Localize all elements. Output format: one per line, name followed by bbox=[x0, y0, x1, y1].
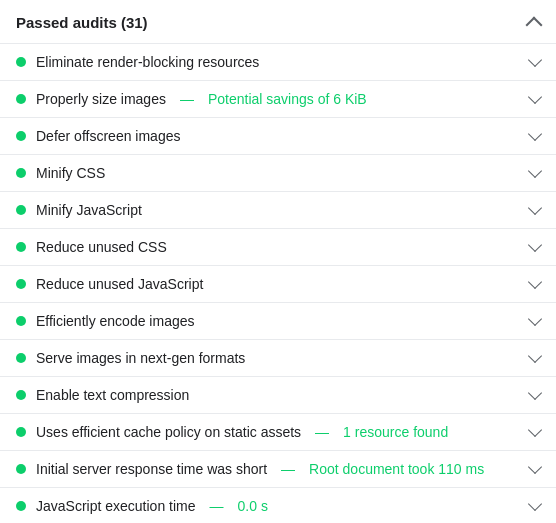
section-count: (31) bbox=[121, 14, 148, 31]
audit-label: Efficiently encode images bbox=[36, 313, 195, 329]
audit-list: Eliminate render-blocking resourcesPrope… bbox=[0, 44, 556, 523]
pass-indicator-dot bbox=[16, 242, 26, 252]
audit-item[interactable]: Efficiently encode images bbox=[0, 303, 556, 340]
pass-indicator-dot bbox=[16, 353, 26, 363]
pass-indicator-dot bbox=[16, 464, 26, 474]
pass-indicator-dot bbox=[16, 131, 26, 141]
section-title-group: Passed audits (31) bbox=[16, 14, 148, 31]
audit-label: Initial server response time was short bbox=[36, 461, 267, 477]
audit-item[interactable]: Properly size images — Potential savings… bbox=[0, 81, 556, 118]
audit-item[interactable]: Enable text compression bbox=[0, 377, 556, 414]
audit-item-left: Properly size images — Potential savings… bbox=[16, 91, 530, 107]
expand-icon[interactable] bbox=[528, 275, 542, 289]
pass-indicator-dot bbox=[16, 390, 26, 400]
audit-label: Uses efficient cache policy on static as… bbox=[36, 424, 301, 440]
pass-indicator-dot bbox=[16, 427, 26, 437]
expand-icon[interactable] bbox=[528, 312, 542, 326]
expand-icon[interactable] bbox=[528, 238, 542, 252]
audit-label: Reduce unused JavaScript bbox=[36, 276, 203, 292]
audit-item[interactable]: Defer offscreen images bbox=[0, 118, 556, 155]
audit-label: Properly size images bbox=[36, 91, 166, 107]
audit-detail-separator: — bbox=[210, 498, 224, 514]
audit-item[interactable]: Serve images in next-gen formats bbox=[0, 340, 556, 377]
audit-item-left: Enable text compression bbox=[16, 387, 530, 403]
pass-indicator-dot bbox=[16, 94, 26, 104]
pass-indicator-dot bbox=[16, 501, 26, 511]
audit-item[interactable]: Eliminate render-blocking resources bbox=[0, 44, 556, 81]
audit-item-left: Initial server response time was short —… bbox=[16, 461, 530, 477]
audit-item[interactable]: Initial server response time was short —… bbox=[0, 451, 556, 488]
audit-label: Defer offscreen images bbox=[36, 128, 180, 144]
audit-item[interactable]: Reduce unused JavaScript bbox=[0, 266, 556, 303]
audit-detail-separator: — bbox=[315, 424, 329, 440]
expand-icon[interactable] bbox=[528, 497, 542, 511]
audit-label: Eliminate render-blocking resources bbox=[36, 54, 259, 70]
audit-detail-separator: — bbox=[281, 461, 295, 477]
expand-icon[interactable] bbox=[528, 127, 542, 141]
audit-item-left: Serve images in next-gen formats bbox=[16, 350, 530, 366]
audit-detail: 0.0 s bbox=[238, 498, 268, 514]
audit-detail: Root document took 110 ms bbox=[309, 461, 484, 477]
expand-icon[interactable] bbox=[528, 460, 542, 474]
audit-item-left: Reduce unused CSS bbox=[16, 239, 530, 255]
audit-label: JavaScript execution time bbox=[36, 498, 196, 514]
expand-icon[interactable] bbox=[528, 201, 542, 215]
audit-item-left: JavaScript execution time — 0.0 s bbox=[16, 498, 530, 514]
expand-icon[interactable] bbox=[528, 386, 542, 400]
pass-indicator-dot bbox=[16, 279, 26, 289]
audit-item[interactable]: JavaScript execution time — 0.0 s bbox=[0, 488, 556, 523]
audit-item[interactable]: Minify CSS bbox=[0, 155, 556, 192]
audit-label: Reduce unused CSS bbox=[36, 239, 167, 255]
audit-item-left: Defer offscreen images bbox=[16, 128, 530, 144]
expand-icon[interactable] bbox=[528, 164, 542, 178]
audit-item-left: Eliminate render-blocking resources bbox=[16, 54, 530, 70]
expand-icon[interactable] bbox=[528, 90, 542, 104]
audit-label: Serve images in next-gen formats bbox=[36, 350, 245, 366]
expand-icon[interactable] bbox=[528, 423, 542, 437]
audit-label: Minify CSS bbox=[36, 165, 105, 181]
audit-item-left: Efficiently encode images bbox=[16, 313, 530, 329]
audit-item[interactable]: Reduce unused CSS bbox=[0, 229, 556, 266]
passed-audits-section: Passed audits (31) Eliminate render-bloc… bbox=[0, 0, 556, 523]
audit-detail: 1 resource found bbox=[343, 424, 448, 440]
pass-indicator-dot bbox=[16, 316, 26, 326]
pass-indicator-dot bbox=[16, 205, 26, 215]
audit-detail-separator: — bbox=[180, 91, 194, 107]
collapse-icon[interactable] bbox=[526, 16, 543, 33]
audit-item-left: Minify JavaScript bbox=[16, 202, 530, 218]
audit-item-left: Reduce unused JavaScript bbox=[16, 276, 530, 292]
audit-item[interactable]: Uses efficient cache policy on static as… bbox=[0, 414, 556, 451]
audit-detail: Potential savings of 6 KiB bbox=[208, 91, 367, 107]
section-title: Passed audits bbox=[16, 14, 117, 31]
section-header[interactable]: Passed audits (31) bbox=[0, 0, 556, 44]
expand-icon[interactable] bbox=[528, 53, 542, 67]
pass-indicator-dot bbox=[16, 57, 26, 67]
expand-icon[interactable] bbox=[528, 349, 542, 363]
audit-item-left: Uses efficient cache policy on static as… bbox=[16, 424, 530, 440]
audit-label: Enable text compression bbox=[36, 387, 189, 403]
audit-label: Minify JavaScript bbox=[36, 202, 142, 218]
pass-indicator-dot bbox=[16, 168, 26, 178]
audit-item[interactable]: Minify JavaScript bbox=[0, 192, 556, 229]
audit-item-left: Minify CSS bbox=[16, 165, 530, 181]
